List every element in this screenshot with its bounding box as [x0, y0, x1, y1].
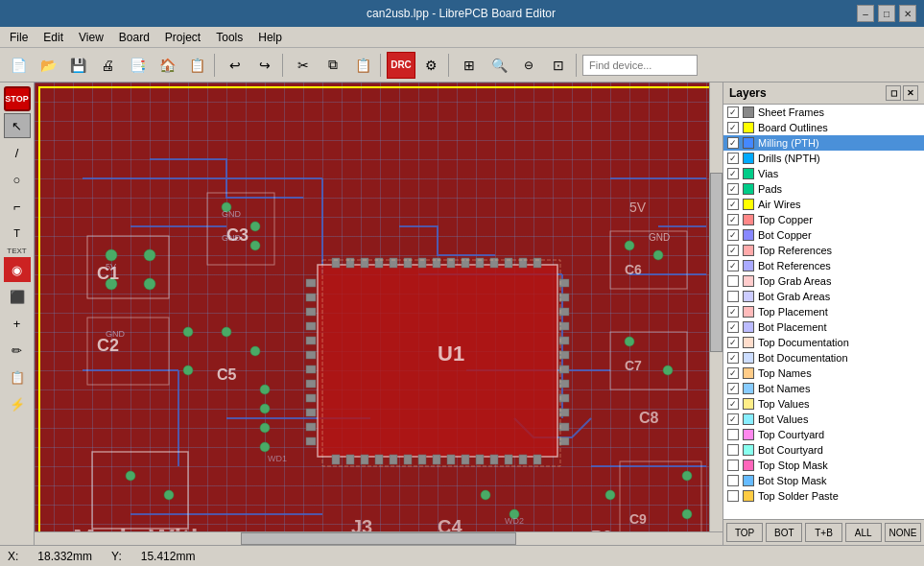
layer-checkbox[interactable]: ✓: [727, 106, 739, 118]
layer-checkbox[interactable]: ✓: [727, 383, 739, 394]
layer-item-drills-npth[interactable]: ✓Drills (NPTH): [723, 151, 924, 166]
layer-checkbox[interactable]: [727, 275, 739, 287]
menu-item-help[interactable]: Help: [250, 29, 290, 46]
layer-checkbox[interactable]: ✓: [727, 352, 739, 364]
layer-item-bot-stop-mask[interactable]: Bot Stop Mask: [723, 473, 924, 488]
layer-item-milling-pth[interactable]: ✓Milling (PTH): [723, 135, 924, 151]
measure-tool[interactable]: ✏: [4, 338, 31, 363]
menu-item-project[interactable]: Project: [157, 29, 208, 46]
select-tool[interactable]: ↖: [4, 113, 31, 138]
save-button[interactable]: 💾: [63, 52, 92, 79]
layer-item-bot-documentation[interactable]: ✓Bot Documentation: [723, 350, 924, 366]
layer-item-top-documentation[interactable]: ✓Top Documentation: [723, 335, 924, 350]
netlist-tool[interactable]: 📋: [4, 365, 31, 389]
layer-item-bot-courtyard[interactable]: Bot Courtyard: [723, 442, 924, 458]
layer-checkbox[interactable]: [727, 444, 739, 456]
filter-btn-bot[interactable]: BOT: [766, 523, 802, 542]
find-device-input[interactable]: [582, 55, 698, 76]
layer-checkbox[interactable]: ✓: [727, 122, 739, 133]
filter-btn-top[interactable]: TOP: [726, 523, 763, 542]
layer-item-board-outlines[interactable]: ✓Board Outlines: [723, 120, 924, 135]
redo-button[interactable]: ↪: [250, 52, 279, 79]
layer-item-bot-grab-areas[interactable]: Bot Grab Areas: [723, 289, 924, 304]
copper-pour-tool[interactable]: ⬛: [4, 284, 31, 309]
layer-item-top-references[interactable]: ✓Top References: [723, 243, 924, 258]
cut-button[interactable]: ✂: [289, 52, 318, 79]
layer-checkbox[interactable]: ✓: [727, 214, 739, 225]
horizontal-scrollbar[interactable]: [35, 531, 723, 545]
layer-checkbox[interactable]: ✓: [727, 337, 739, 348]
menu-item-board[interactable]: Board: [111, 29, 157, 46]
layer-checkbox[interactable]: ✓: [727, 260, 739, 271]
paste-special-button[interactable]: 📋: [182, 52, 211, 79]
filter-btn-none[interactable]: NONE: [885, 523, 921, 542]
layer-checkbox[interactable]: [727, 429, 739, 440]
layer-checkbox[interactable]: ✓: [727, 306, 739, 318]
layer-checkbox[interactable]: [727, 475, 739, 486]
menu-item-view[interactable]: View: [71, 29, 111, 46]
layer-checkbox[interactable]: ✓: [727, 168, 739, 179]
board-tool[interactable]: ⚡: [4, 391, 31, 416]
undo-button[interactable]: ↩: [221, 52, 249, 79]
layer-item-sheet-frames[interactable]: ✓Sheet Frames: [723, 105, 924, 120]
layer-item-bot-references[interactable]: ✓Bot References: [723, 258, 924, 273]
layer-item-pads[interactable]: ✓Pads: [723, 181, 924, 197]
polygon-tool[interactable]: ⌐: [4, 194, 31, 219]
layer-checkbox[interactable]: ✓: [727, 137, 739, 149]
filter-btn-all[interactable]: ALL: [845, 523, 882, 542]
pcb-canvas-area[interactable]: C1 C2 C3 C5 U1 C6 C7 C9 C8 J3 C4 P2 5V G…: [35, 83, 723, 545]
paste-button[interactable]: 📋: [348, 52, 377, 79]
layer-checkbox[interactable]: [727, 291, 739, 302]
layer-checkbox[interactable]: ✓: [727, 413, 739, 425]
layer-item-top-copper[interactable]: ✓Top Copper: [723, 212, 924, 227]
layer-item-bot-copper[interactable]: ✓Bot Copper: [723, 227, 924, 243]
layer-item-bot-names[interactable]: ✓Bot Names: [723, 381, 924, 396]
layer-checkbox[interactable]: [727, 460, 739, 471]
zoom-fit-button[interactable]: ⊡: [544, 52, 573, 79]
line-tool[interactable]: /: [4, 140, 31, 165]
zoom-in-button[interactable]: 🔍: [485, 52, 513, 79]
menu-item-edit[interactable]: Edit: [36, 29, 71, 46]
zoom-out-button[interactable]: ⊖: [514, 52, 543, 79]
new-button[interactable]: 📄: [4, 52, 33, 79]
menu-item-file[interactable]: File: [2, 29, 36, 46]
home-button[interactable]: 🏠: [153, 52, 181, 79]
circle-tool[interactable]: ○: [4, 167, 31, 192]
layer-checkbox[interactable]: ✓: [727, 245, 739, 256]
layers-collapse-button[interactable]: ◻: [886, 85, 901, 101]
layer-item-air-wires[interactable]: ✓Air Wires: [723, 197, 924, 212]
layer-item-top-courtyard[interactable]: Top Courtyard: [723, 427, 924, 442]
layer-item-top-placement[interactable]: ✓Top Placement: [723, 304, 924, 319]
layer-item-top-solder-paste[interactable]: Top Solder Paste: [723, 488, 924, 504]
maximize-button[interactable]: □: [878, 5, 895, 22]
layer-item-vias[interactable]: ✓Vias: [723, 166, 924, 181]
layer-item-bot-values[interactable]: ✓Bot Values: [723, 412, 924, 427]
layer-checkbox[interactable]: [727, 490, 739, 502]
layer-item-top-grab-areas[interactable]: Top Grab Areas: [723, 273, 924, 289]
minimize-button[interactable]: –: [857, 5, 874, 22]
menu-item-tools[interactable]: Tools: [208, 29, 250, 46]
layers-menu-button[interactable]: ✕: [903, 85, 918, 101]
generate-button[interactable]: ⚙: [416, 52, 445, 79]
layers-list[interactable]: ✓Sheet Frames✓Board Outlines✓Milling (PT…: [723, 105, 924, 519]
text-tool[interactable]: T: [4, 221, 31, 246]
layer-checkbox[interactable]: ✓: [727, 367, 739, 379]
layer-item-top-values[interactable]: ✓Top Values: [723, 396, 924, 412]
layer-checkbox[interactable]: ✓: [727, 321, 739, 333]
grid-button[interactable]: ⊞: [455, 52, 484, 79]
filter-btn-t+b[interactable]: T+B: [805, 523, 841, 542]
open-button[interactable]: 📂: [34, 52, 62, 79]
close-button[interactable]: ✕: [899, 5, 916, 22]
layer-checkbox[interactable]: ✓: [727, 398, 739, 410]
layer-checkbox[interactable]: ✓: [727, 229, 739, 241]
export-pdf-button[interactable]: 📑: [123, 52, 152, 79]
drc-button[interactable]: DRC: [387, 52, 415, 79]
layer-item-bot-placement[interactable]: ✓Bot Placement: [723, 319, 924, 335]
drc-left-button[interactable]: ◉: [4, 257, 31, 282]
layer-item-top-stop-mask[interactable]: Top Stop Mask: [723, 458, 924, 473]
layer-checkbox[interactable]: ✓: [727, 183, 739, 195]
stop-button[interactable]: STOP: [4, 86, 31, 111]
layer-item-top-names[interactable]: ✓Top Names: [723, 366, 924, 381]
layer-checkbox[interactable]: ✓: [727, 153, 739, 164]
copy-button[interactable]: ⧉: [319, 52, 347, 79]
